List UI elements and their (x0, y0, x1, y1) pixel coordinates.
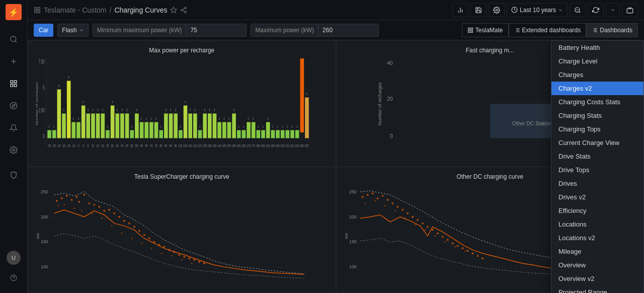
share-icon[interactable] (180, 7, 187, 14)
svg-point-274 (101, 217, 103, 219)
svg-point-254 (133, 226, 135, 228)
tab-teslamate[interactable]: TeslaMate (462, 23, 509, 37)
user-avatar[interactable]: U (7, 251, 21, 265)
dropdown-item-charges-v2[interactable]: Charges v2 (551, 82, 643, 95)
svg-rect-84 (91, 113, 95, 138)
svg-text:3: 3 (97, 108, 99, 112)
svg-point-240 (66, 195, 68, 197)
svg-text:215: 215 (290, 143, 294, 147)
save-btn[interactable] (470, 3, 487, 17)
svg-text:4: 4 (185, 100, 186, 104)
dropdown-item-projected-range[interactable]: Projected Range (551, 285, 643, 293)
svg-point-247 (98, 206, 100, 208)
svg-text:200: 200 (41, 214, 48, 219)
svg-text:165: 165 (242, 143, 246, 147)
svg-point-317 (481, 257, 484, 259)
dropdown-item-charging-tops[interactable]: Charging Tops (551, 122, 643, 136)
sidebar-item-alerts[interactable] (4, 118, 24, 138)
svg-point-19 (181, 9, 183, 11)
dropdown-item-overview-v2[interactable]: Overview v2 (551, 272, 643, 285)
dropdown-item-drive-tops[interactable]: Drive Tops (551, 163, 643, 177)
tab-teslamate-label: TeslaMate (475, 27, 503, 34)
svg-rect-14 (38, 7, 40, 9)
chevron-down-icon2 (610, 8, 615, 13)
svg-text:250: 250 (349, 189, 356, 194)
svg-rect-102 (120, 113, 124, 138)
svg-text:135: 135 (212, 143, 216, 147)
svg-rect-33 (471, 28, 473, 30)
min-power-value[interactable]: 75 (186, 24, 247, 37)
sidebar-item-search[interactable] (4, 29, 24, 49)
svg-rect-195 (271, 130, 275, 138)
refresh-dropdown-btn[interactable] (606, 3, 620, 17)
dashboards-dropdown[interactable]: Battery HealthCharge LevelChargesCharges… (551, 40, 644, 293)
svg-rect-75 (76, 122, 80, 138)
tv-btn[interactable] (622, 3, 638, 17)
charts-and-dropdown: Max power per recharge 7.50 5 2.50 0 (28, 40, 644, 293)
dropdown-item-drives-v2[interactable]: Drives v2 (551, 190, 643, 204)
bar-chart-panel: Max power per recharge 7.50 5 2.50 0 (28, 40, 336, 167)
svg-point-264 (183, 256, 185, 258)
sidebar-item-shield[interactable] (4, 165, 24, 185)
dropdown-item-efficiency[interactable]: Efficiency (551, 204, 643, 217)
svg-text:3: 3 (170, 108, 172, 112)
flash-chevron-icon (79, 28, 84, 33)
svg-point-257 (148, 237, 150, 239)
svg-text:3: 3 (136, 108, 137, 112)
max-power-value[interactable]: 260 (318, 24, 379, 37)
time-range-picker[interactable]: Last 10 years (507, 3, 568, 17)
svg-rect-201 (281, 130, 285, 138)
zoom-out-btn[interactable] (570, 3, 586, 17)
dropdown-item-drive-stats[interactable]: Drive Stats (551, 150, 643, 163)
svg-text:-15: -15 (67, 143, 70, 147)
dropdown-item-charging-costs-stats[interactable]: Charging Costs Stats (551, 95, 643, 109)
sidebar-item-dashboards[interactable] (4, 74, 24, 94)
dropdown-item-charge-level[interactable]: Charge Level (551, 54, 643, 68)
svg-text:kW: kW (36, 233, 40, 239)
svg-point-283 (191, 263, 193, 264)
svg-rect-159 (213, 113, 217, 138)
dropdown-item-mileage[interactable]: Mileage (551, 245, 643, 258)
svg-rect-93 (106, 130, 110, 138)
dropdown-item-locations-v2[interactable]: Locations v2 (551, 231, 643, 245)
svg-point-18 (185, 7, 187, 9)
dropdown-item-overview[interactable]: Overview (551, 258, 643, 272)
star-icon[interactable] (170, 7, 177, 14)
svg-point-266 (193, 259, 195, 261)
sidebar-item-add[interactable] (4, 51, 24, 71)
tab-extended-label: Extended dashboards (522, 27, 581, 34)
dropdown-item-charges[interactable]: Charges (551, 68, 643, 82)
flash-filter[interactable]: Flash (57, 24, 88, 37)
dropdown-item-current-charge-view[interactable]: Current Charge View (551, 136, 643, 150)
svg-text:10: 10 (92, 143, 95, 147)
svg-point-0 (11, 36, 16, 42)
svg-text:4: 4 (112, 100, 113, 104)
svg-point-239 (61, 197, 63, 199)
tab-dashboards[interactable]: Dashboards (586, 23, 638, 37)
svg-text:120: 120 (198, 143, 202, 147)
svg-text:2: 2 (223, 116, 225, 120)
sidebar-item-help[interactable] (4, 268, 24, 288)
svg-text:100: 100 (178, 143, 182, 147)
tv-icon (626, 7, 633, 14)
sidebar-item-explore[interactable] (4, 96, 24, 116)
dropdown-item-locations[interactable]: Locations (551, 217, 643, 231)
svg-point-313 (461, 247, 463, 249)
car-filter-tag[interactable]: Car (34, 24, 53, 37)
svg-point-252 (123, 220, 125, 222)
svg-point-312 (456, 245, 458, 247)
svg-point-26 (496, 9, 498, 11)
bar-chart-btn[interactable] (452, 3, 468, 17)
breadcrumb-sep: / (109, 6, 111, 14)
svg-text:3: 3 (209, 108, 210, 112)
dropdown-item-battery-health[interactable]: Battery Health (551, 41, 643, 54)
refresh-btn[interactable] (588, 3, 604, 17)
sidebar-item-settings[interactable] (4, 140, 24, 160)
dropdown-item-drives[interactable]: Drives (551, 177, 643, 190)
settings-btn[interactable] (489, 3, 505, 17)
app-logo[interactable]: ⚡ (6, 4, 22, 20)
dropdown-item-charging-stats[interactable]: Charging Stats (551, 109, 643, 122)
tab-extended[interactable]: Extended dashboards (509, 23, 587, 37)
svg-text:5: 5 (306, 92, 307, 96)
svg-point-323 (414, 224, 416, 226)
